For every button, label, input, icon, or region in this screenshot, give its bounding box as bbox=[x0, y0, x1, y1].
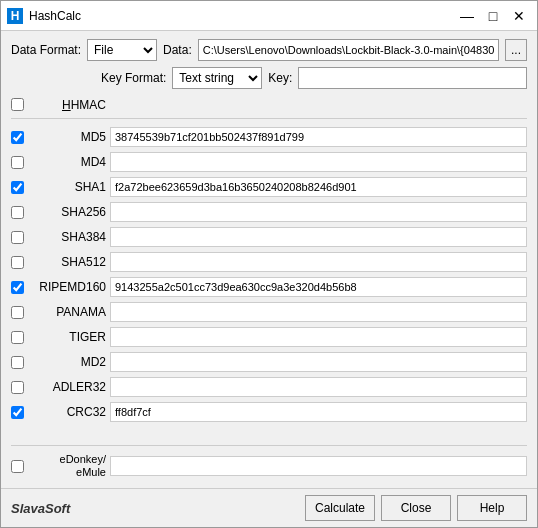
key-format-label: Key Format: bbox=[101, 71, 166, 85]
app-icon: H bbox=[7, 8, 23, 24]
adler32-checkbox[interactable] bbox=[11, 381, 24, 394]
ripemd160-checkbox[interactable] bbox=[11, 281, 24, 294]
panama-value[interactable] bbox=[110, 302, 527, 322]
sha1-value[interactable] bbox=[110, 177, 527, 197]
window-controls: — □ ✕ bbox=[455, 6, 531, 26]
divider bbox=[11, 445, 527, 446]
sha1-checkbox[interactable] bbox=[11, 181, 24, 194]
panama-label: PANAMA bbox=[28, 305, 106, 319]
md4-label: MD4 bbox=[28, 155, 106, 169]
sha384-checkbox[interactable] bbox=[11, 231, 24, 244]
tiger-label: TIGER bbox=[28, 330, 106, 344]
md5-label: MD5 bbox=[28, 130, 106, 144]
sha384-value[interactable] bbox=[110, 227, 527, 247]
edonkey-checkbox[interactable] bbox=[11, 460, 24, 473]
sha1-label: SHA1 bbox=[28, 180, 106, 194]
sha256-value[interactable] bbox=[110, 202, 527, 222]
hash-row-ripemd160: RIPEMD160 bbox=[11, 275, 527, 299]
data-format-select[interactable]: File bbox=[87, 39, 157, 61]
md2-checkbox[interactable] bbox=[11, 356, 24, 369]
hash-row-tiger: TIGER bbox=[11, 325, 527, 349]
brand-label: SlavaSoft bbox=[11, 501, 305, 516]
hash-row-sha1: SHA1 bbox=[11, 175, 527, 199]
hash-row-md4: MD4 bbox=[11, 150, 527, 174]
hmac-label: HHMAC bbox=[28, 98, 106, 112]
edonkey-label: eDonkey/eMule bbox=[28, 453, 106, 479]
window-title: HashCalc bbox=[29, 9, 455, 23]
title-bar: H HashCalc — □ ✕ bbox=[1, 1, 537, 31]
hash-row-sha512: SHA512 bbox=[11, 250, 527, 274]
close-window-button[interactable]: Close bbox=[381, 495, 451, 521]
adler32-value[interactable] bbox=[110, 377, 527, 397]
hash-row-crc32: CRC32 bbox=[11, 400, 527, 424]
data-label: Data: bbox=[163, 43, 192, 57]
hash-row-panama: PANAMA bbox=[11, 300, 527, 324]
hmac-row: HHMAC bbox=[11, 95, 527, 119]
hmac-checkbox[interactable] bbox=[11, 98, 24, 111]
md4-value[interactable] bbox=[110, 152, 527, 172]
md2-label: MD2 bbox=[28, 355, 106, 369]
tiger-value[interactable] bbox=[110, 327, 527, 347]
close-button[interactable]: ✕ bbox=[507, 6, 531, 26]
crc32-label: CRC32 bbox=[28, 405, 106, 419]
tiger-checkbox[interactable] bbox=[11, 331, 24, 344]
md2-value[interactable] bbox=[110, 352, 527, 372]
edonkey-row: eDonkey/eMule bbox=[11, 452, 527, 480]
key-format-row: Key Format: Text string Key: bbox=[11, 67, 527, 89]
sha256-label: SHA256 bbox=[28, 205, 106, 219]
hash-rows: MD5 MD4 SHA1 SHA256 bbox=[11, 125, 527, 439]
sha384-label: SHA384 bbox=[28, 230, 106, 244]
crc32-value[interactable] bbox=[110, 402, 527, 422]
key-input[interactable] bbox=[298, 67, 527, 89]
sha512-label: SHA512 bbox=[28, 255, 106, 269]
sha256-checkbox[interactable] bbox=[11, 206, 24, 219]
main-window: H HashCalc — □ ✕ Data Format: File Data:… bbox=[0, 0, 538, 528]
key-label: Key: bbox=[268, 71, 292, 85]
key-format-select[interactable]: Text string bbox=[172, 67, 262, 89]
footer-buttons: Calculate Close Help bbox=[305, 495, 527, 521]
ripemd160-value[interactable] bbox=[110, 277, 527, 297]
hash-row-sha384: SHA384 bbox=[11, 225, 527, 249]
data-path-input[interactable] bbox=[198, 39, 499, 61]
edonkey-value[interactable] bbox=[110, 456, 527, 476]
sha512-checkbox[interactable] bbox=[11, 256, 24, 269]
hash-row-adler32: ADLER32 bbox=[11, 375, 527, 399]
content-area: Data Format: File Data: ... Key Format: … bbox=[1, 31, 537, 488]
ripemd160-label: RIPEMD160 bbox=[28, 280, 106, 294]
md4-checkbox[interactable] bbox=[11, 156, 24, 169]
hash-row-md5: MD5 bbox=[11, 125, 527, 149]
maximize-button[interactable]: □ bbox=[481, 6, 505, 26]
minimize-button[interactable]: — bbox=[455, 6, 479, 26]
help-button[interactable]: Help bbox=[457, 495, 527, 521]
md5-checkbox[interactable] bbox=[11, 131, 24, 144]
sha512-value[interactable] bbox=[110, 252, 527, 272]
hash-row-sha256: SHA256 bbox=[11, 200, 527, 224]
browse-button[interactable]: ... bbox=[505, 39, 527, 61]
calculate-button[interactable]: Calculate bbox=[305, 495, 375, 521]
footer: SlavaSoft Calculate Close Help bbox=[1, 488, 537, 527]
data-format-label: Data Format: bbox=[11, 43, 81, 57]
data-format-row: Data Format: File Data: ... bbox=[11, 39, 527, 61]
panama-checkbox[interactable] bbox=[11, 306, 24, 319]
md5-value[interactable] bbox=[110, 127, 527, 147]
hash-row-md2: MD2 bbox=[11, 350, 527, 374]
adler32-label: ADLER32 bbox=[28, 380, 106, 394]
crc32-checkbox[interactable] bbox=[11, 406, 24, 419]
